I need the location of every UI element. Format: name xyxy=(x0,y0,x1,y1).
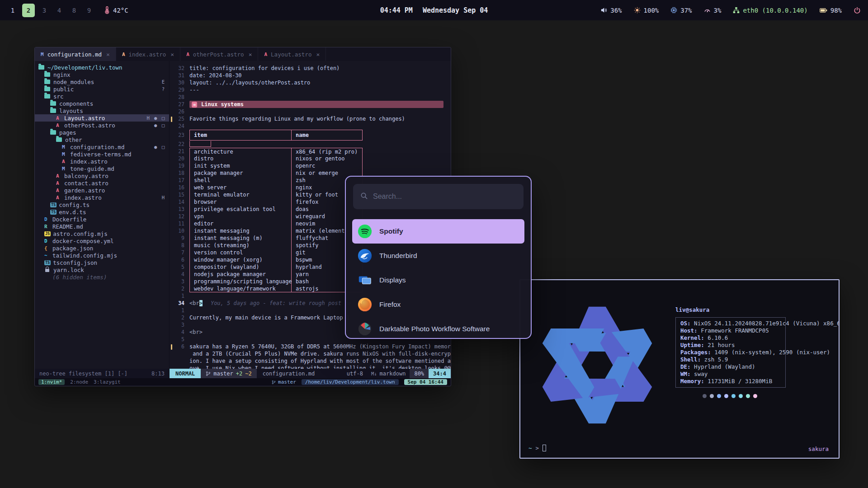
buffer-line[interactable]: 25Favorite things regarding Linux and my… xyxy=(170,115,451,122)
line-number: 13 xyxy=(170,206,189,212)
markdown-heading: ≡Linux systems xyxy=(189,101,443,108)
displays-icon xyxy=(358,273,372,287)
tree-item-node-modules[interactable]: node_modulesE xyxy=(35,78,169,85)
table-row: privilege escalation tooldoas xyxy=(189,206,363,213)
buffer-line[interactable]: 21architecturex86_64 (rip m2 pro) xyxy=(170,148,451,155)
buffer-line[interactable]: 24 xyxy=(170,122,451,130)
launcher-item-thunderbird[interactable]: Thunderbird xyxy=(352,244,524,268)
close-icon[interactable]: × xyxy=(106,51,110,58)
module-cpu: 3% xyxy=(704,7,722,14)
buffer-line[interactable]: ove. I use Nix when I need software with… xyxy=(170,365,451,369)
tree-item-env-d-ts[interactable]: TSenv.d.ts xyxy=(35,208,169,216)
tree-item-fediverse-terms-md[interactable]: Mfediverse-terms.md xyxy=(35,150,169,158)
tree-item-index-astro[interactable]: Aindex.astroH xyxy=(35,194,169,201)
buffer-line[interactable]: 20distronixos or gentoo xyxy=(170,155,451,162)
palette-dot xyxy=(739,394,743,398)
tree-item-package-json[interactable]: {package.json xyxy=(35,244,169,252)
tree-item-tsconfig-json[interactable]: TStsconfig.json xyxy=(35,259,169,266)
tree-item-garden-astro[interactable]: Agarden.astro xyxy=(35,187,169,194)
fetch-info-box: OS: NixOS 24.11.20240828.71e91c4 (Vicuna… xyxy=(675,317,786,388)
statusline-progress: 80% xyxy=(410,369,429,378)
tree-item-layouts[interactable]: layouts xyxy=(35,107,169,114)
workspace-4[interactable]: 4 xyxy=(54,4,65,17)
tab-otherpost-astro[interactable]: AotherPost.astro× xyxy=(180,47,258,61)
tree-item-pages[interactable]: pages xyxy=(35,129,169,136)
tree-item-docker-compose-yml[interactable]: Ddocker-compose.yml xyxy=(35,237,169,244)
tree-item-tone-guide-md[interactable]: Mtone-guide.md xyxy=(35,165,169,172)
buffer-line[interactable]: ion. I have a setup consisting of Hyprla… xyxy=(170,357,451,365)
power-button[interactable] xyxy=(854,7,861,14)
buffer-line[interactable]: 31date: 2024-08-30 xyxy=(170,72,451,79)
clock[interactable]: 04:44 PM Wednesday Sep 04 xyxy=(380,6,488,14)
tree-item-public[interactable]: public? xyxy=(35,85,169,93)
tab-index-astro[interactable]: Aindex.astro× xyxy=(116,47,180,61)
search-input[interactable] xyxy=(373,192,516,201)
tab-layout-astro[interactable]: ALayout.astro× xyxy=(258,47,326,61)
tree-item-config-ts[interactable]: TSconfig.ts xyxy=(35,201,169,208)
buffer-line[interactable]: 29--- xyxy=(170,86,451,94)
tree-item-index-astro[interactable]: Aindex.astro xyxy=(35,158,169,165)
fetch-value: 11731MiB / 31280MiB xyxy=(704,378,773,385)
tree-item-configuration-md[interactable]: Mconfiguration.md● □ xyxy=(35,143,169,150)
tree-item-label: docker-compose.yml xyxy=(52,238,113,244)
buffer-line[interactable]: 6sakura has a Ryzen 5 7640U, 32GB of DDR… xyxy=(170,343,451,350)
tree-item-astro-config-mjs[interactable]: JSastro.config.mjs xyxy=(35,230,169,237)
launcher-item-darktable-photo-workflow-software[interactable]: Darktable Photo Workflow Software xyxy=(352,317,524,339)
tree-item-6-hidden-items[interactable]: (6 hidden items) xyxy=(35,273,169,281)
launcher-item-firefox[interactable]: Firefox xyxy=(352,292,524,317)
buffer-line[interactable]: 32title: configuration for devices i use… xyxy=(170,65,451,72)
tree-item-yarn-lock[interactable]: yarn.lock xyxy=(35,266,169,273)
workspace-8[interactable]: 8 xyxy=(69,4,80,17)
tree-item-src[interactable]: src xyxy=(35,93,169,100)
speaker-icon xyxy=(600,7,607,14)
table-cell-item: vpn xyxy=(189,213,292,220)
tree-item-layout-astro[interactable]: ALayout.astroH ● □ xyxy=(35,114,169,122)
buffer-line[interactable]: 23itemname xyxy=(170,130,451,141)
module-battery: 98% xyxy=(820,7,842,14)
git-diff-changed: ~2 xyxy=(245,371,251,377)
shell-prompt: ~ > xyxy=(528,445,546,451)
line-number: 1 xyxy=(170,293,189,299)
tree-item-nginx[interactable]: nginx xyxy=(35,71,169,78)
workspace-2[interactable]: 2 xyxy=(22,4,35,17)
tmux-window-3[interactable]: 3:lazygit xyxy=(94,379,121,385)
git-branch-icon xyxy=(272,380,276,385)
tree-item-other[interactable]: other xyxy=(35,136,169,143)
buffer-line[interactable]: 19init systemopenrc xyxy=(170,162,451,169)
buffer-line[interactable]: 27≡Linux systems xyxy=(170,101,451,108)
tree-item-balcony-astro[interactable]: Abalcony.astro xyxy=(35,172,169,179)
module-cpu-value: 3% xyxy=(714,7,722,14)
file-tree[interactable]: ~/Development/liv.townnginxnode_modulesE… xyxy=(35,61,170,369)
terminal-window[interactable]: liv@sakura OS: NixOS 24.11.20240828.71e9… xyxy=(519,279,840,459)
buffer-line[interactable]: 26 xyxy=(170,108,451,115)
tree-item-contact-astro[interactable]: Acontact.astro xyxy=(35,179,169,187)
launcher-item-displays[interactable]: Displays xyxy=(352,268,524,292)
workspace-3[interactable]: 3 xyxy=(39,4,50,17)
close-icon[interactable]: × xyxy=(170,51,174,58)
tree-item-tailwind-config-mjs[interactable]: ~tailwind.config.mjs xyxy=(35,252,169,259)
fetch-value: 1409 (nix-system), 2590 (nix-user) xyxy=(711,349,830,356)
launcher-item-spotify[interactable]: Spotify xyxy=(352,219,524,244)
tmux-window-1[interactable]: 1:nvim* xyxy=(38,379,65,385)
tree-item-readme-md[interactable]: RREADME.md xyxy=(35,223,169,230)
workspace-1[interactable]: 1 xyxy=(7,4,18,17)
tree-item-otherpost-astro[interactable]: AotherPost.astro● □ xyxy=(35,122,169,129)
tree-item-components[interactable]: components xyxy=(35,100,169,107)
tab-configuration-md[interactable]: Mconfiguration.md× xyxy=(35,47,116,61)
buffer-line[interactable]: 28 xyxy=(170,94,451,101)
workspace-9[interactable]: 9 xyxy=(84,4,94,17)
close-icon[interactable]: × xyxy=(316,51,320,58)
buffer-line[interactable]: 22 xyxy=(170,141,451,148)
prompt-path: ~ xyxy=(528,445,532,451)
launcher-item-label: Firefox xyxy=(379,300,401,309)
tree-item-label: nginx xyxy=(53,71,71,78)
buffer-line[interactable]: 30layout: ../../layouts/otherPost.astro xyxy=(170,79,451,86)
tree-item-development-liv-town[interactable]: ~/Development/liv.town xyxy=(35,64,169,71)
line-number: 17 xyxy=(170,177,189,183)
tree-item-dockerfile[interactable]: DDockerfile xyxy=(35,216,169,223)
launcher-search[interactable] xyxy=(353,184,524,209)
buffer-line[interactable]: and a 2TB (Crucial P5 Plus) NVMe drive. … xyxy=(170,350,451,357)
line-number: 2 xyxy=(170,286,189,292)
tmux-window-2[interactable]: 2:node xyxy=(70,379,88,385)
close-icon[interactable]: × xyxy=(249,51,252,58)
